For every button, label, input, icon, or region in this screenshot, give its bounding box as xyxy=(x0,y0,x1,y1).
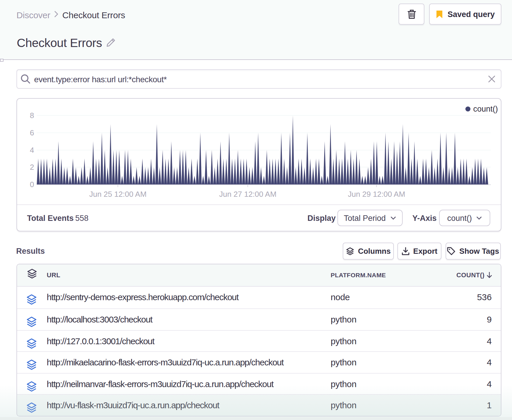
svg-text:Jun 25 12:00 AM: Jun 25 12:00 AM xyxy=(89,190,146,199)
svg-text:count(): count() xyxy=(473,105,498,113)
svg-text:6: 6 xyxy=(30,128,34,137)
svg-text:2: 2 xyxy=(30,163,34,172)
svg-text:4: 4 xyxy=(30,146,34,154)
svg-text:Jun 29 12:00 AM: Jun 29 12:00 AM xyxy=(347,190,405,199)
svg-text:0: 0 xyxy=(30,180,34,189)
svg-text:Jun 27 12:00 AM: Jun 27 12:00 AM xyxy=(219,190,276,199)
svg-text:8: 8 xyxy=(30,111,34,120)
